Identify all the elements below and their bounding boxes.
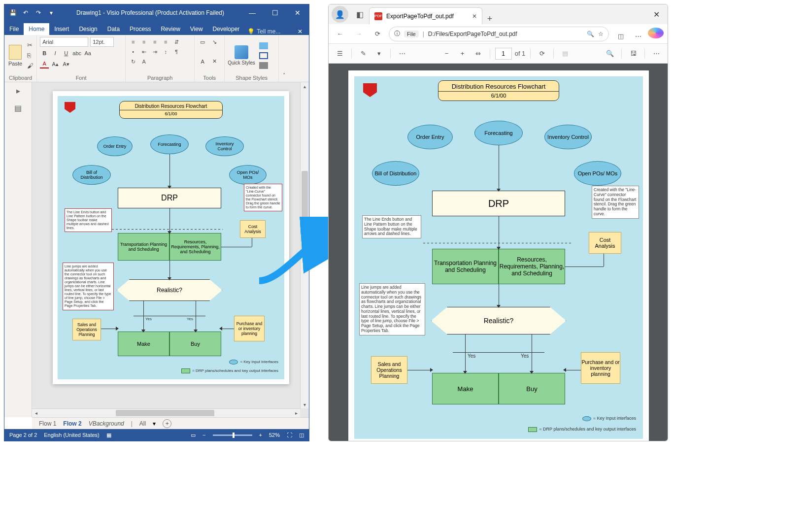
pdf-viewport[interactable]: Distribution Resources Flowchart 6/1/00 … bbox=[329, 64, 668, 441]
pan-zoom-icon[interactable]: ◫ bbox=[299, 432, 304, 438]
fit-page-icon[interactable]: ⛶ bbox=[287, 432, 292, 438]
site-info-icon[interactable]: ⓘ bbox=[394, 30, 400, 38]
underline-button[interactable]: U bbox=[62, 49, 70, 58]
settings-menu-icon[interactable]: ⋯ bbox=[630, 33, 646, 40]
font-color-button[interactable]: A bbox=[40, 60, 49, 68]
page-tab-vbackground[interactable]: VBackground bbox=[89, 420, 124, 427]
page-tab-flow2[interactable]: Flow 2 bbox=[63, 420, 81, 427]
increase-font-button[interactable]: A▴ bbox=[51, 60, 60, 68]
para-rtl-icon[interactable]: ¶ bbox=[172, 48, 181, 56]
valign-icon[interactable]: ⇵ bbox=[172, 38, 181, 46]
close-button[interactable]: ✕ bbox=[645, 4, 668, 24]
text-highlight-button[interactable]: Aa bbox=[83, 49, 92, 58]
subwindow-close-button[interactable]: ✕ bbox=[291, 28, 309, 35]
tell-me[interactable]: 💡Tell me... bbox=[244, 28, 291, 35]
quick-styles-button[interactable]: Quick Styles bbox=[228, 45, 255, 66]
tab-view[interactable]: View bbox=[185, 23, 208, 35]
more-tools-icon[interactable]: ⋯ bbox=[396, 47, 408, 60]
collapse-ribbon-button[interactable]: ˄ bbox=[279, 35, 290, 82]
pointer-tool-icon[interactable]: ▭ bbox=[198, 37, 207, 47]
address-bar[interactable]: ⓘ File | D:/Files/ExportPageToPdf_out.pd… bbox=[389, 27, 609, 41]
align-justify-icon[interactable]: ≡ bbox=[161, 38, 170, 46]
indent-dec-icon[interactable]: ⇤ bbox=[139, 48, 148, 56]
tab-data[interactable]: Data bbox=[102, 23, 125, 35]
format-painter-icon[interactable]: 🖌 bbox=[27, 62, 34, 69]
tab-home[interactable]: Home bbox=[24, 23, 49, 35]
indent-inc-icon[interactable]: ⇥ bbox=[150, 48, 159, 56]
align-center-icon[interactable]: ≡ bbox=[139, 38, 148, 46]
add-page-button[interactable]: + bbox=[163, 419, 171, 428]
split-screen-icon[interactable]: ◫ bbox=[613, 33, 629, 40]
tab-design[interactable]: Design bbox=[74, 23, 102, 35]
italic-button[interactable]: I bbox=[51, 49, 60, 58]
undo-icon[interactable]: ↶ bbox=[21, 9, 30, 16]
profile-icon[interactable]: 👤 bbox=[332, 6, 348, 23]
macro-record-icon[interactable]: ▦ bbox=[106, 432, 111, 438]
cut-icon[interactable]: ✂ bbox=[27, 41, 34, 49]
connection-point-icon[interactable]: ✕ bbox=[209, 57, 219, 66]
zoom-level[interactable]: 52% bbox=[269, 432, 280, 438]
page-tab-flow1[interactable]: Flow 1 bbox=[39, 420, 56, 427]
scroll-down-icon[interactable]: ▾ bbox=[301, 400, 308, 408]
zoom-out-button[interactable]: − bbox=[202, 432, 205, 438]
status-language[interactable]: English (United States) bbox=[44, 432, 100, 438]
find-icon[interactable]: 🔍 bbox=[604, 47, 616, 60]
save-icon[interactable]: 🖫 bbox=[627, 47, 640, 60]
zoom-in-button[interactable]: + bbox=[456, 47, 469, 60]
font-name-select[interactable]: Arial bbox=[40, 37, 88, 47]
scroll-left-icon[interactable]: ◂ bbox=[32, 409, 40, 417]
page-tab-dropdown-icon[interactable]: ▾ bbox=[153, 420, 156, 427]
decrease-font-button[interactable]: A▾ bbox=[62, 60, 70, 68]
scroll-up-icon[interactable]: ▴ bbox=[301, 82, 308, 90]
tab-developer[interactable]: Developer bbox=[208, 23, 245, 35]
minimize-button[interactable]: — bbox=[241, 4, 264, 21]
maximize-button[interactable]: ☐ bbox=[264, 4, 286, 21]
pdf-more-icon[interactable]: ⋯ bbox=[650, 47, 663, 60]
rotate-text-icon[interactable]: ↻ bbox=[129, 58, 137, 66]
text-direction-icon[interactable]: A bbox=[139, 58, 148, 66]
contents-icon[interactable]: ☰ bbox=[334, 47, 346, 60]
align-left-icon[interactable]: ≡ bbox=[129, 38, 137, 46]
scrollbar-thumb[interactable] bbox=[116, 410, 214, 416]
copilot-icon[interactable] bbox=[648, 28, 664, 40]
text-tool-icon[interactable]: A bbox=[198, 57, 207, 66]
fit-width-icon[interactable]: ⇔ bbox=[472, 47, 485, 60]
page-input[interactable] bbox=[495, 48, 512, 60]
draw-dropdown-icon[interactable]: ▾ bbox=[372, 47, 385, 60]
fill-color-button[interactable] bbox=[259, 42, 268, 49]
strike-button[interactable]: abc bbox=[72, 49, 81, 58]
shapes-pane-collapsed[interactable]: ▸ ▤ bbox=[4, 82, 32, 417]
zoom-indicator-icon[interactable]: 🔍 bbox=[587, 31, 594, 37]
qat-more-icon[interactable]: ▾ bbox=[47, 9, 56, 16]
font-size-select[interactable]: 12pt. bbox=[90, 37, 114, 47]
tab-file[interactable]: File bbox=[4, 23, 24, 35]
paste-button[interactable]: Paste bbox=[7, 44, 23, 67]
draw-icon[interactable]: ✎ bbox=[357, 47, 370, 60]
scroll-right-icon[interactable]: ▸ bbox=[292, 409, 300, 417]
bold-button[interactable]: B bbox=[40, 49, 49, 58]
zoom-slider[interactable] bbox=[213, 434, 252, 436]
tab-close-button[interactable]: ✕ bbox=[472, 13, 477, 20]
browser-tab[interactable]: PDF ExportPageToPdf_out.pdf ✕ bbox=[369, 7, 482, 24]
page-tab-all[interactable]: All bbox=[139, 420, 146, 427]
effects-button[interactable] bbox=[259, 62, 268, 69]
presentation-mode-icon[interactable]: ▭ bbox=[191, 432, 196, 438]
stencil-icon[interactable]: ▤ bbox=[4, 100, 32, 117]
tab-insert[interactable]: Insert bbox=[49, 23, 74, 35]
rotate-icon[interactable]: ⟳ bbox=[536, 47, 548, 60]
tab-review[interactable]: Review bbox=[156, 23, 185, 35]
expand-shapes-icon[interactable]: ▸ bbox=[4, 82, 32, 100]
line-spacing-icon[interactable]: ↕ bbox=[161, 48, 170, 56]
bullets-icon[interactable]: • bbox=[129, 48, 137, 56]
zoom-out-button[interactable]: − bbox=[440, 47, 453, 60]
connector-tool-icon[interactable]: ↘ bbox=[209, 37, 219, 47]
workspaces-icon[interactable]: ◧ bbox=[351, 6, 368, 23]
refresh-button[interactable]: ⟳ bbox=[370, 30, 385, 37]
close-button[interactable]: ✕ bbox=[286, 4, 309, 21]
redo-icon[interactable]: ↷ bbox=[34, 9, 43, 16]
align-right-icon[interactable]: ≡ bbox=[150, 38, 159, 46]
zoom-in-button[interactable]: + bbox=[259, 432, 262, 438]
tab-process[interactable]: Process bbox=[125, 23, 156, 35]
new-tab-button[interactable]: + bbox=[482, 14, 497, 24]
horizontal-scrollbar[interactable]: ◂ ▸ bbox=[32, 408, 300, 417]
